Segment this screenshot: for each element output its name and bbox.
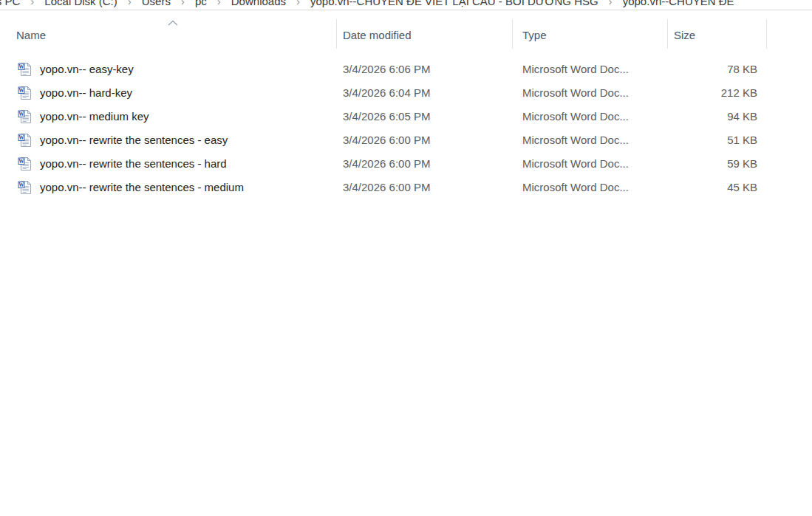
file-date-modified: 3/4/2026 6:04 PM [343,81,430,105]
column-resize-handle[interactable] [512,19,513,49]
svg-text:W: W [18,87,24,94]
file-row[interactable]: W yopo.vn-- medium key 3/4/2026 6:05 PM … [0,105,812,128]
file-type: Microsoft Word Doc... [522,128,629,152]
file-type: Microsoft Word Doc... [522,81,629,105]
breadcrumb-item-label[interactable]: Users [142,0,171,9]
breadcrumb-item-label[interactable]: Downloads [231,0,286,9]
file-size: 45 KB [667,176,757,199]
file-date-modified: 3/4/2026 6:00 PM [343,128,430,152]
sort-ascending-icon [168,20,178,26]
breadcrumb-chevron-icon[interactable]: › [210,0,228,9]
breadcrumb-item[interactable]: This PC › [0,0,41,9]
breadcrumb-item-label[interactable]: pc [195,0,207,9]
breadcrumb-item[interactable]: pc › [195,0,228,9]
breadcrumb-item[interactable]: yopo.vn--CHUYÊN ĐỀ VIẾT LẠI CÂU - BỒI DƯ… [310,0,620,9]
breadcrumb-item[interactable]: Users › [142,0,192,9]
svg-text:W: W [18,63,24,70]
word-document-icon: W [18,133,33,148]
breadcrumb-path: This PC › Local Disk (C:) › Users › pc › [0,0,740,9]
file-type: Microsoft Word Doc... [522,105,629,128]
file-size: 78 KB [667,58,757,81]
file-size: 94 KB [667,105,757,128]
breadcrumb-item-label[interactable]: yopo.vn--CHUYÊN ĐỀ VIẾT LẠI CÂU - BỒI DƯ… [310,0,598,9]
column-header-type[interactable]: Type [522,30,547,41]
word-document-icon: W [18,109,33,124]
breadcrumb: This PC › Local Disk (C:) › Users › pc › [0,0,812,10]
word-document-icon: W [18,62,33,77]
file-row[interactable]: W yopo.vn-- rewrite the sentences - hard… [0,152,812,176]
file-name: yopo.vn-- easy-key [40,58,134,81]
svg-text:W: W [18,111,24,117]
breadcrumb-item[interactable]: Downloads › [231,0,307,9]
file-date-modified: 3/4/2026 6:00 PM [343,152,430,176]
column-header-name[interactable]: Name [16,30,46,41]
file-type: Microsoft Word Doc... [522,176,629,199]
breadcrumb-item[interactable]: yopo.vn--CHUYÊN ĐỀ › [623,0,741,9]
breadcrumb-item[interactable]: Local Disk (C:) › [44,0,138,9]
column-header-date-modified[interactable]: Date modified [343,30,412,41]
file-date-modified: 3/4/2026 6:05 PM [343,105,430,128]
breadcrumb-chevron-icon[interactable]: › [601,0,620,9]
column-headers: Name Date modified Type Size [0,11,812,58]
svg-text:W: W [18,182,24,188]
file-type: Microsoft Word Doc... [522,58,629,81]
breadcrumb-chevron-icon[interactable]: › [289,0,307,9]
file-date-modified: 3/4/2026 6:00 PM [343,176,430,199]
word-document-icon: W [18,86,33,100]
file-row[interactable]: W yopo.vn-- hard-key 3/4/2026 6:04 PM Mi… [0,81,812,105]
column-resize-handle[interactable] [766,19,767,49]
file-name: yopo.vn-- rewrite the sentences - easy [40,128,228,152]
breadcrumb-chevron-icon[interactable]: › [120,0,139,9]
file-name: yopo.vn-- medium key [40,105,149,128]
file-row[interactable]: W yopo.vn-- rewrite the sentences - easy… [0,128,812,152]
column-resize-handle[interactable] [667,19,668,49]
breadcrumb-item-label[interactable]: This PC [0,0,20,9]
file-type: Microsoft Word Doc... [522,152,629,176]
word-document-icon: W [18,180,33,195]
file-size: 51 KB [667,128,757,152]
file-name: yopo.vn-- hard-key [40,81,132,105]
column-resize-handle[interactable] [336,19,337,49]
file-row[interactable]: W yopo.vn-- rewrite the sentences - medi… [0,176,812,199]
file-name: yopo.vn-- rewrite the sentences - medium [40,176,244,199]
breadcrumb-item-label[interactable]: Local Disk (C:) [44,0,117,9]
file-size: 212 KB [667,81,757,105]
column-header-size[interactable]: Size [674,30,695,41]
file-date-modified: 3/4/2026 6:06 PM [343,58,430,81]
breadcrumb-chevron-icon[interactable]: › [24,0,42,9]
file-list: W yopo.vn-- easy-key 3/4/2026 6:06 PM Mi… [0,58,812,199]
file-row[interactable]: W yopo.vn-- easy-key 3/4/2026 6:06 PM Mi… [0,58,812,81]
svg-text:W: W [18,134,24,141]
svg-text:W: W [18,158,24,165]
file-size: 59 KB [667,152,757,176]
breadcrumb-chevron-icon[interactable]: › [174,0,192,9]
breadcrumb-item-label[interactable]: yopo.vn--CHUYÊN ĐỀ [623,0,734,9]
word-document-icon: W [18,156,33,171]
file-name: yopo.vn-- rewrite the sentences - hard [40,152,227,176]
